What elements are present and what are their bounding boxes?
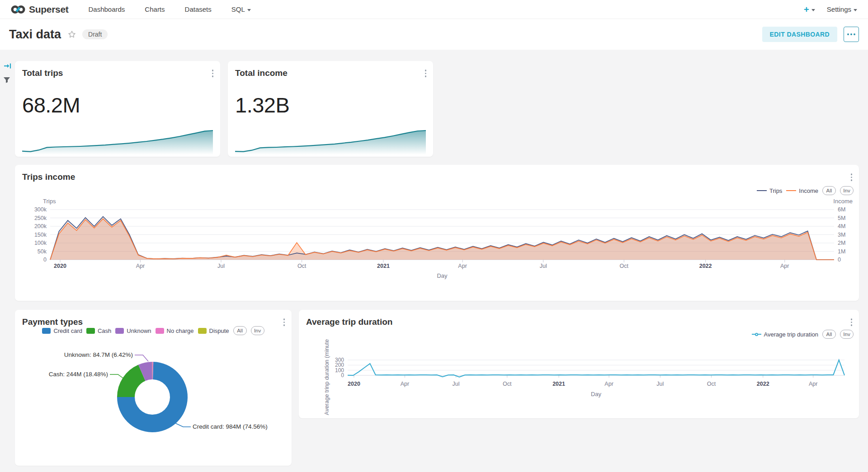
legend-item-trips[interactable]: Trips — [757, 187, 782, 194]
svg-text:Apr: Apr — [458, 263, 467, 269]
nav-datasets[interactable]: Datasets — [185, 5, 212, 13]
svg-text:0: 0 — [838, 257, 841, 263]
new-item-button[interactable]: + — [804, 5, 815, 14]
svg-text:2021: 2021 — [377, 263, 390, 269]
superset-dashboard: Superset Dashboards Charts Datasets SQL … — [0, 0, 868, 472]
legend-line-marker — [752, 333, 761, 336]
settings-menu[interactable]: Settings — [827, 5, 857, 13]
nav-charts[interactable]: Charts — [145, 5, 165, 13]
legend-pill-inv[interactable]: Inv — [840, 186, 854, 195]
chevron-down-icon — [247, 9, 251, 11]
svg-text:Apr: Apr — [401, 381, 409, 387]
nav-dashboards[interactable]: Dashboards — [88, 5, 125, 13]
svg-text:2M: 2M — [838, 240, 845, 246]
legend-line-swatch — [786, 190, 796, 191]
legend-item-no-charge[interactable]: No charge — [156, 327, 194, 334]
svg-text:150k: 150k — [34, 232, 47, 238]
total-income-sparkline-chart — [228, 126, 433, 156]
svg-text:3M: 3M — [838, 232, 845, 238]
svg-text:4M: 4M — [838, 223, 845, 229]
svg-text:5M: 5M — [838, 215, 845, 221]
legend-item-unknown[interactable]: Unknown — [115, 327, 151, 334]
svg-text:Unknown: 84.7M (6.42%): Unknown: 84.7M (6.42%) — [64, 351, 133, 358]
svg-text:Apr: Apr — [604, 381, 613, 387]
svg-text:Income: Income — [833, 198, 853, 205]
expand-filter-bar-icon[interactable] — [4, 62, 12, 71]
svg-text:Day: Day — [437, 272, 448, 279]
svg-text:100: 100 — [335, 367, 344, 374]
legend-item-income[interactable]: Income — [786, 187, 818, 194]
legend-pill-all[interactable]: All — [822, 186, 836, 195]
kebab-menu-icon[interactable] — [423, 68, 429, 79]
svg-text:Credit card: 984M (74.56%): Credit card: 984M (74.56%) — [193, 423, 268, 430]
svg-text:200k: 200k — [34, 223, 47, 229]
payment-types-card: Payment types Credit cardCashUnknownNo c… — [15, 310, 292, 466]
brand-name: Superset — [29, 4, 68, 15]
svg-text:Oct: Oct — [503, 381, 512, 387]
svg-text:300: 300 — [335, 357, 344, 363]
kpi-value: 1.32B — [235, 93, 289, 117]
legend-pill-all[interactable]: All — [822, 330, 836, 339]
trips-income-card: Trips income TripsIncomeAllInv 300k6M250… — [15, 165, 859, 301]
total-trips-sparkline-chart — [15, 126, 220, 156]
legend-line-swatch — [757, 190, 767, 191]
payment-types-legend: Credit cardCashUnknownNo chargeDisputeAl… — [15, 326, 292, 335]
svg-text:Apr: Apr — [780, 263, 789, 269]
svg-text:Average trinp duration (minute: Average trinp duration (minute — [324, 339, 330, 415]
svg-text:2022: 2022 — [757, 381, 769, 387]
legend-swatch — [198, 328, 207, 334]
svg-text:100k: 100k — [34, 240, 47, 246]
svg-text:50k: 50k — [38, 248, 47, 255]
svg-text:6M: 6M — [838, 206, 845, 213]
favorite-star-icon[interactable] — [67, 30, 76, 39]
kebab-menu-icon[interactable] — [849, 172, 854, 183]
card-title: Trips income — [22, 172, 75, 182]
kebab-menu-icon[interactable] — [849, 317, 854, 328]
legend-swatch — [156, 328, 164, 334]
nav-sql[interactable]: SQL — [231, 5, 251, 13]
svg-text:Oct: Oct — [620, 263, 629, 269]
superset-logo[interactable]: Superset — [11, 4, 68, 15]
page-title: Taxi data — [9, 28, 61, 42]
kebab-menu-icon[interactable] — [210, 68, 216, 79]
avg-trip-duration-legend: Average trip durationAllInv — [752, 330, 854, 339]
legend-pill-all[interactable]: All — [233, 326, 247, 335]
legend-pill-inv[interactable]: Inv — [840, 330, 854, 339]
svg-text:Jul: Jul — [540, 263, 547, 269]
svg-text:0: 0 — [43, 257, 47, 263]
infinity-logo-icon — [11, 4, 25, 15]
legend-swatch — [42, 328, 51, 334]
avg-trip-duration-card: Average trip duration Average trip durat… — [299, 310, 859, 418]
trips-income-legend: TripsIncomeAllInv — [757, 186, 854, 195]
main-nav: Dashboards Charts Datasets SQL — [88, 5, 250, 13]
card-title: Payment types — [22, 317, 83, 327]
svg-text:Trips: Trips — [43, 198, 56, 205]
kpi-value: 68.2M — [22, 93, 80, 117]
svg-text:Oct: Oct — [297, 263, 307, 269]
legend-item-dispute[interactable]: Dispute — [198, 327, 229, 334]
svg-text:200: 200 — [335, 362, 344, 368]
filter-funnel-icon[interactable] — [3, 77, 10, 85]
more-options-button[interactable] — [844, 27, 859, 42]
svg-text:300k: 300k — [34, 206, 47, 213]
svg-text:0: 0 — [341, 372, 344, 379]
svg-text:250k: 250k — [34, 215, 47, 221]
svg-text:Oct: Oct — [707, 381, 716, 387]
legend-item-cash[interactable]: Cash — [86, 327, 111, 334]
svg-text:Jul: Jul — [656, 381, 664, 387]
legend-pill-inv[interactable]: Inv — [251, 326, 264, 335]
svg-text:Apr: Apr — [809, 381, 817, 387]
top-nav: Superset Dashboards Charts Datasets SQL … — [0, 0, 868, 19]
edit-dashboard-button[interactable]: EDIT DASHBOARD — [762, 27, 837, 42]
svg-text:Jul: Jul — [453, 381, 460, 387]
svg-text:Day: Day — [591, 391, 602, 397]
card-title: Average trip duration — [306, 317, 392, 327]
svg-text:Jul: Jul — [217, 263, 225, 269]
svg-text:2021: 2021 — [552, 381, 565, 387]
dashboard-header: Taxi data Draft EDIT DASHBOARD — [0, 19, 868, 50]
dashboard-content: Total trips 68.2M Total income 1.32B Tri… — [0, 50, 868, 472]
svg-text:2020: 2020 — [348, 381, 360, 387]
legend-item-credit-card[interactable]: Credit card — [42, 327, 82, 334]
legend-item-average-trip-duration[interactable]: Average trip duration — [752, 331, 818, 338]
chevron-down-icon — [811, 9, 815, 11]
